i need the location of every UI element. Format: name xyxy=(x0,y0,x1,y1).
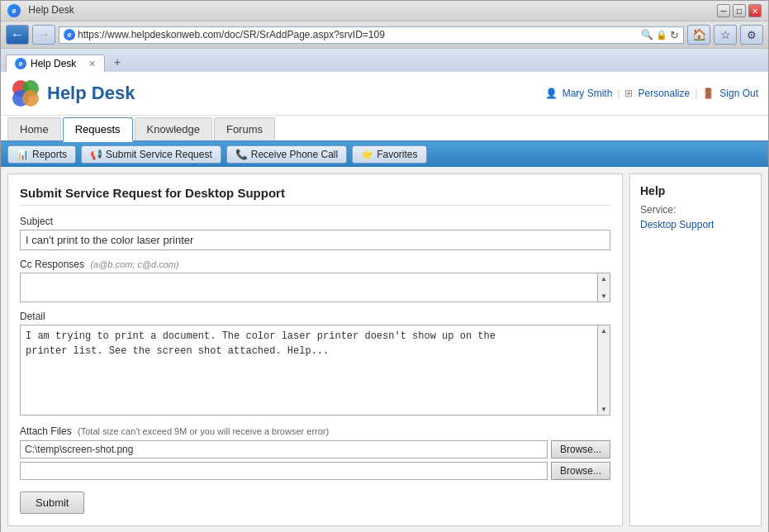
home-button[interactable]: 🏠 xyxy=(687,25,710,45)
refresh-icon[interactable]: ↻ xyxy=(670,29,679,41)
signout-icon: 🚪 xyxy=(702,88,714,99)
receive-phone-call-button[interactable]: 📞 Receive Phone Call xyxy=(226,145,347,164)
separator-1: | xyxy=(617,88,619,99)
attach-group: Attach Files (Total size can't exceed 9M… xyxy=(20,425,610,480)
subject-label: Subject xyxy=(20,216,610,227)
back-button[interactable]: ← xyxy=(6,25,29,45)
tab-close-icon[interactable]: ✕ xyxy=(88,59,96,69)
window-controls: ─ □ ✕ xyxy=(717,4,762,17)
reports-icon: 📊 xyxy=(17,149,29,160)
forward-button[interactable]: → xyxy=(32,25,55,45)
main-nav: Home Requests Knowledge Forums xyxy=(1,116,768,142)
file-input-2[interactable] xyxy=(20,462,548,480)
cc-wrapper: ▲ ▼ xyxy=(20,273,610,302)
user-icon: 👤 xyxy=(545,88,558,99)
reports-button[interactable]: 📊 Reports xyxy=(7,145,76,164)
browser-window: e Help Desk ─ □ ✕ ← → e 🔍 🔒 ↻ 🏠 ☆ ⚙ e He… xyxy=(0,0,769,532)
tab-home[interactable]: Home xyxy=(7,117,61,140)
file-row-1: Browse... xyxy=(20,440,610,458)
lock-icon: 🔒 xyxy=(656,30,667,40)
service-label: Service: xyxy=(640,204,751,216)
scroll-down-icon[interactable]: ▼ xyxy=(600,292,607,300)
attach-label: Attach Files (Total size can't exceed 9M… xyxy=(20,425,610,437)
logo-icon xyxy=(11,78,40,108)
detail-label: Detail xyxy=(20,311,610,322)
submit-button[interactable]: Submit xyxy=(20,492,84,514)
browse-button-1[interactable]: Browse... xyxy=(551,440,610,458)
tab-favicon: e xyxy=(15,58,26,69)
svg-point-3 xyxy=(22,90,39,107)
tab-forums[interactable]: Forums xyxy=(214,117,275,140)
detail-input[interactable]: I am trying to print a document. The col… xyxy=(20,325,597,416)
subject-input[interactable] xyxy=(20,230,610,250)
app-content: Help Desk 👤 Mary Smith | ⊞ Personalize |… xyxy=(1,72,768,532)
desktop-support-link[interactable]: Desktop Support xyxy=(640,219,714,230)
app-logo: Help Desk xyxy=(11,78,135,108)
tab-requests[interactable]: Requests xyxy=(63,117,133,142)
main-panel: Submit Service Request for Desktop Suppo… xyxy=(7,173,623,526)
user-name-link[interactable]: Mary Smith xyxy=(563,88,613,99)
browser-toolbar: ← → e 🔍 🔒 ↻ 🏠 ☆ ⚙ xyxy=(1,21,768,49)
browser-tab[interactable]: e Help Desk ✕ xyxy=(6,55,105,72)
subject-group: Subject xyxy=(20,216,610,250)
file-input-1[interactable] xyxy=(20,440,548,458)
cc-scrollbar: ▲ ▼ xyxy=(597,273,610,302)
form-title: Submit Service Request for Desktop Suppo… xyxy=(20,186,610,206)
app-title: Help Desk xyxy=(47,83,135,104)
submit-icon: 📢 xyxy=(90,149,102,160)
search-icon: 🔍 xyxy=(641,29,653,40)
user-info: 👤 Mary Smith | ⊞ Personalize | 🚪 Sign Ou… xyxy=(545,88,758,99)
separator-2: | xyxy=(695,88,697,99)
tools-button[interactable]: ⚙ xyxy=(740,25,763,45)
maximize-button[interactable]: □ xyxy=(733,4,746,17)
ie-icon: e xyxy=(64,29,75,40)
content-wrapper: Submit Service Request for Desktop Suppo… xyxy=(1,167,768,532)
window-title: e Help Desk xyxy=(7,4,74,17)
detail-scroll-up-icon[interactable]: ▲ xyxy=(600,327,607,335)
star-icon: ⭐ xyxy=(361,149,373,160)
phone-icon: 📞 xyxy=(235,149,248,160)
file-row-2: Browse... xyxy=(20,462,610,480)
browse-button-2[interactable]: Browse... xyxy=(551,462,610,480)
scroll-up-icon[interactable]: ▲ xyxy=(600,275,607,283)
side-panel: Help Service: Desktop Support xyxy=(629,173,762,526)
tab-knowledge[interactable]: Knowledge xyxy=(135,117,212,140)
favorites-star-button[interactable]: ☆ xyxy=(714,25,737,45)
detail-wrapper: I am trying to print a document. The col… xyxy=(20,325,610,416)
app-header: Help Desk 👤 Mary Smith | ⊞ Personalize |… xyxy=(1,72,768,116)
cc-input[interactable] xyxy=(20,273,597,302)
signout-link[interactable]: Sign Out xyxy=(719,88,758,99)
detail-group: Detail I am trying to print a document. … xyxy=(20,311,610,416)
help-title: Help xyxy=(640,184,751,197)
submit-service-request-button[interactable]: 📢 Submit Service Request xyxy=(81,145,221,164)
address-input[interactable] xyxy=(78,29,638,40)
app-toolbar: 📊 Reports 📢 Submit Service Request 📞 Rec… xyxy=(1,142,768,167)
detail-scrollbar: ▲ ▼ xyxy=(597,325,610,416)
favorites-button[interactable]: ⭐ Favorites xyxy=(352,145,426,164)
browser-favicon: e xyxy=(7,4,21,17)
tab-title: Help Desk xyxy=(31,58,76,69)
detail-scroll-down-icon[interactable]: ▼ xyxy=(600,406,607,413)
grid-icon: ⊞ xyxy=(624,88,633,99)
browser-titlebar: e Help Desk ─ □ ✕ xyxy=(1,1,768,21)
address-bar-container: e 🔍 🔒 ↻ xyxy=(59,26,684,44)
close-button[interactable]: ✕ xyxy=(748,4,762,17)
minimize-button[interactable]: ─ xyxy=(717,4,730,17)
attach-hint: (Total size can't exceed 9M or you will … xyxy=(78,426,329,436)
cc-hint: (a@b.com; c@d.com) xyxy=(90,259,178,269)
browser-tab-bar: e Help Desk ✕ + xyxy=(1,49,768,72)
cc-label: Cc Responses (a@b.com; c@d.com) xyxy=(20,259,610,270)
cc-group: Cc Responses (a@b.com; c@d.com) ▲ ▼ xyxy=(20,259,610,302)
new-tab-button[interactable]: + xyxy=(107,52,128,72)
personalize-link[interactable]: Personalize xyxy=(638,88,690,99)
